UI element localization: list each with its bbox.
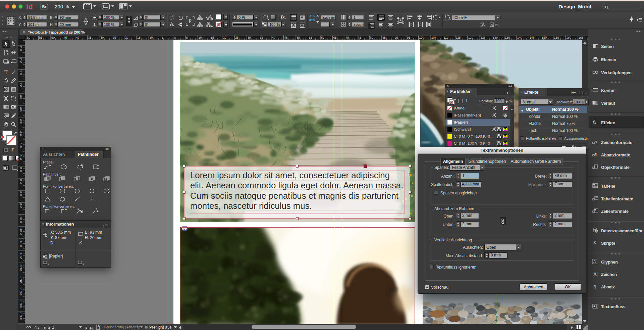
svg-text:0: 0 bbox=[20, 48, 22, 52]
svg-text:5: 5 bbox=[20, 109, 22, 112]
svg-text:0: 0 bbox=[20, 269, 22, 272]
svg-text:5: 5 bbox=[20, 281, 22, 284]
svg-text:¶: ¶ bbox=[594, 284, 596, 289]
svg-text:5: 5 bbox=[20, 85, 22, 88]
svg-text:5: 5 bbox=[20, 256, 22, 260]
svg-text:0: 0 bbox=[20, 293, 22, 296]
svg-text:0: 0 bbox=[20, 121, 22, 124]
svg-text:P: P bbox=[189, 18, 192, 24]
svg-text:5: 5 bbox=[20, 181, 22, 185]
svg-text:T: T bbox=[4, 69, 8, 75]
svg-text:5: 5 bbox=[20, 305, 22, 308]
svg-text:0: 0 bbox=[20, 193, 22, 197]
svg-text:A: A bbox=[594, 139, 598, 144]
svg-text:5: 5 bbox=[20, 232, 22, 236]
svg-text:0: 0 bbox=[20, 317, 22, 320]
svg-text:5: 5 bbox=[20, 157, 22, 160]
svg-text:5: 5 bbox=[20, 133, 22, 136]
svg-text:0: 0 bbox=[20, 97, 22, 100]
svg-text:0: 0 bbox=[20, 169, 22, 173]
svg-text:0: 0 bbox=[20, 244, 22, 248]
svg-text:5: 5 bbox=[186, 36, 188, 39]
svg-text:5: 5 bbox=[20, 60, 22, 64]
svg-text:S: S bbox=[593, 240, 596, 245]
svg-text:0: 0 bbox=[174, 36, 176, 39]
svg-text:A: A bbox=[593, 259, 596, 264]
svg-text:fx: fx bbox=[593, 120, 596, 125]
svg-text:5: 5 bbox=[162, 36, 163, 39]
svg-text:A|: A| bbox=[593, 272, 598, 277]
svg-text:5: 5 bbox=[20, 205, 22, 209]
svg-text:¶: ¶ bbox=[595, 152, 597, 157]
svg-text:0: 0 bbox=[20, 73, 22, 76]
svg-text:0: 0 bbox=[20, 220, 22, 224]
svg-text:0: 0 bbox=[20, 145, 22, 148]
